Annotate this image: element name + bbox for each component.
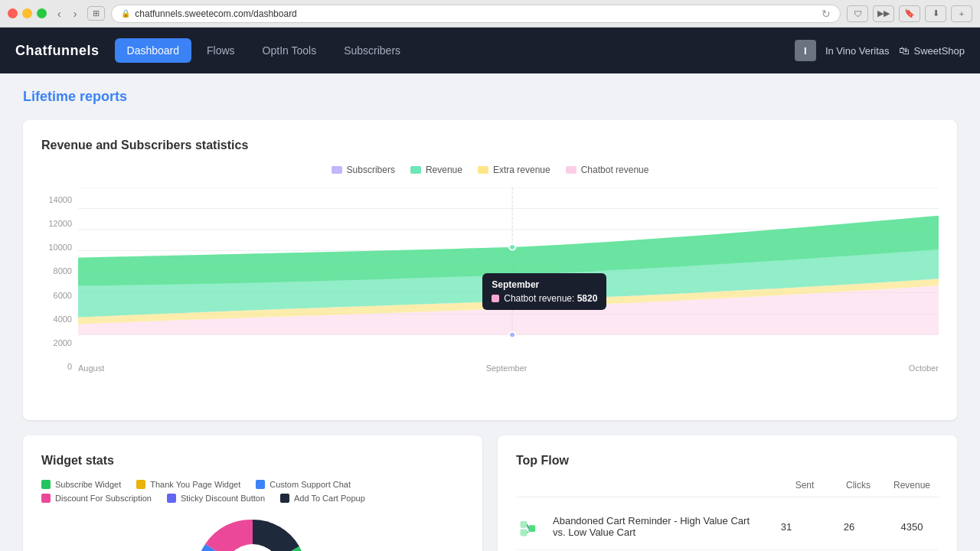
legend-custom-support: Custom Support Chat <box>256 480 351 489</box>
user-avatar[interactable]: I <box>795 40 816 61</box>
app-navbar: Chatfunnels Dashboard Flows OptIn Tools … <box>0 28 980 73</box>
maximize-window-button[interactable] <box>37 8 47 18</box>
subscribe-widget-dot <box>41 480 51 489</box>
widget-stats-card: Widget stats Subscribe Widget Thank You … <box>23 435 482 551</box>
sticky-discount-dot <box>167 494 176 503</box>
user-name-label: In Vino Veritas <box>825 45 890 57</box>
url-bar[interactable]: 🔒 chatfunnels.sweetecom.com/dashboard ↻ <box>111 5 841 23</box>
flow-clicks-1: 26 <box>822 521 876 533</box>
nav-item-dashboard[interactable]: Dashboard <box>115 38 192 63</box>
y-label-0: 0 <box>67 362 72 371</box>
flow-sent-1: 31 <box>760 521 813 533</box>
back-button[interactable]: ‹ <box>53 6 66 21</box>
ext-download-button[interactable]: ⬇ <box>925 5 946 22</box>
custom-support-label: Custom Support Chat <box>270 480 351 489</box>
legend-discount-sub: Discount For Subscription <box>41 494 152 503</box>
subscribe-widget-label: Subscribe Widget <box>55 480 121 489</box>
custom-support-dot <box>256 480 265 489</box>
ext-shield-button[interactable]: 🛡 <box>847 5 868 22</box>
sticky-discount-label: Sticky Discount Button <box>181 494 265 503</box>
flow-row-1: Abandoned Cart Reminder - High Value Car… <box>516 504 939 550</box>
legend-extra-revenue-color <box>478 166 488 174</box>
bottom-section: Widget stats Subscribe Widget Thank You … <box>23 435 957 551</box>
col-header-sent: Sent <box>778 480 831 491</box>
y-label-8000: 8000 <box>54 266 72 276</box>
y-label-12000: 12000 <box>48 219 72 228</box>
svg-rect-11 <box>521 530 528 536</box>
revenue-chart-title: Revenue and Subscribers statistics <box>41 139 939 152</box>
navbar-right-section: I In Vino Veritas 🛍 SweetShop <box>795 40 965 61</box>
top-flow-title: Top Flow <box>516 454 939 468</box>
add-to-cart-dot <box>280 494 289 503</box>
store-name-label: SweetShop <box>914 45 965 57</box>
flow-revenue-1: 4350 <box>885 521 939 533</box>
add-to-cart-label: Add To Cart Popup <box>294 494 365 503</box>
forward-button[interactable]: › <box>69 6 82 21</box>
tab-view-button[interactable]: ⊞ <box>87 6 105 21</box>
browser-chrome: ‹ › ⊞ 🔒 chatfunnels.sweetecom.com/dashbo… <box>0 0 980 28</box>
svg-line-13 <box>527 524 528 528</box>
tooltip-row: Chatbot revenue: 5820 <box>492 293 597 304</box>
col-header-revenue: Revenue <box>885 480 939 491</box>
ext-bookmark-button[interactable]: 🔖 <box>899 5 920 22</box>
main-navigation: Dashboard Flows OptIn Tools Subscribers <box>115 38 779 63</box>
widget-stats-legend: Subscribe Widget Thank You Page Widget C… <box>41 480 464 503</box>
svg-line-14 <box>527 532 528 533</box>
september-dot-top <box>509 244 515 249</box>
nav-item-optin-tools[interactable]: OptIn Tools <box>250 38 329 63</box>
browser-navigation: ‹ › <box>53 6 81 21</box>
donut-chart-area <box>41 512 464 551</box>
legend-subscribers: Subscribers <box>332 165 395 175</box>
svg-rect-10 <box>521 521 528 528</box>
legend-revenue: Revenue <box>410 165 462 175</box>
ext-play-button[interactable]: ▶▶ <box>873 5 894 22</box>
close-window-button[interactable] <box>8 8 18 18</box>
widget-stats-title: Widget stats <box>41 454 464 468</box>
x-label-october: October <box>909 364 939 373</box>
chart-svg <box>78 187 939 356</box>
widget-legend-row-2: Discount For Subscription Sticky Discoun… <box>41 494 464 503</box>
discount-sub-label: Discount For Subscription <box>55 494 152 503</box>
legend-sticky-discount: Sticky Discount Button <box>167 494 265 503</box>
y-label-4000: 4000 <box>54 315 72 324</box>
tooltip-title: September <box>492 279 597 290</box>
chart-container: 14000 12000 10000 8000 6000 4000 2000 0 <box>41 187 939 402</box>
nav-item-subscribers[interactable]: Subscribers <box>332 38 413 63</box>
legend-extra-revenue: Extra revenue <box>478 165 550 175</box>
legend-thankyou-widget: Thank You Page Widget <box>136 480 240 489</box>
thankyou-widget-dot <box>136 480 145 489</box>
y-label-6000: 6000 <box>54 291 72 300</box>
chart-legend: Subscribers Revenue Extra revenue Chatbo… <box>41 165 939 175</box>
security-icon: 🔒 <box>121 9 130 18</box>
y-label-2000: 2000 <box>54 338 72 347</box>
nav-item-flows[interactable]: Flows <box>194 38 247 63</box>
brand-logo[interactable]: Chatfunnels <box>15 43 100 59</box>
x-label-august: August <box>78 364 104 373</box>
flow-table-header: Sent Clicks Revenue <box>516 480 939 497</box>
discount-sub-dot <box>41 494 51 503</box>
y-label-10000: 10000 <box>48 243 72 252</box>
thankyou-widget-label: Thank You Page Widget <box>150 480 240 489</box>
legend-chatbot-revenue-color <box>566 166 577 174</box>
tooltip-color-dot <box>492 295 499 302</box>
refresh-icon[interactable]: ↻ <box>822 8 831 20</box>
top-flow-card: Top Flow Sent Clicks Revenue <box>498 435 957 551</box>
chart-tooltip: September Chatbot revenue: 5820 <box>482 273 606 310</box>
ext-more-button[interactable]: + <box>951 5 972 22</box>
store-icon: 🛍 <box>899 44 910 57</box>
legend-subscribers-color <box>332 166 342 174</box>
legend-subscribers-label: Subscribers <box>347 165 395 175</box>
x-label-september: September <box>486 364 528 373</box>
donut-chart-svg <box>153 504 352 551</box>
legend-revenue-label: Revenue <box>426 165 462 175</box>
browser-window-controls <box>8 8 47 18</box>
tooltip-value: 5820 <box>577 293 598 304</box>
flow-icon-1 <box>516 513 544 540</box>
page-title: Lifetime reports <box>23 89 957 105</box>
legend-chatbot-revenue: Chatbot revenue <box>566 165 649 175</box>
browser-extension-buttons: 🛡 ▶▶ 🔖 ⬇ + <box>847 5 972 22</box>
store-badge: 🛍 SweetShop <box>899 44 965 57</box>
legend-subscribe-widget: Subscribe Widget <box>41 480 121 489</box>
flow-name-1: Abandoned Cart Reminder - High Value Car… <box>553 515 750 538</box>
minimize-window-button[interactable] <box>22 8 32 18</box>
